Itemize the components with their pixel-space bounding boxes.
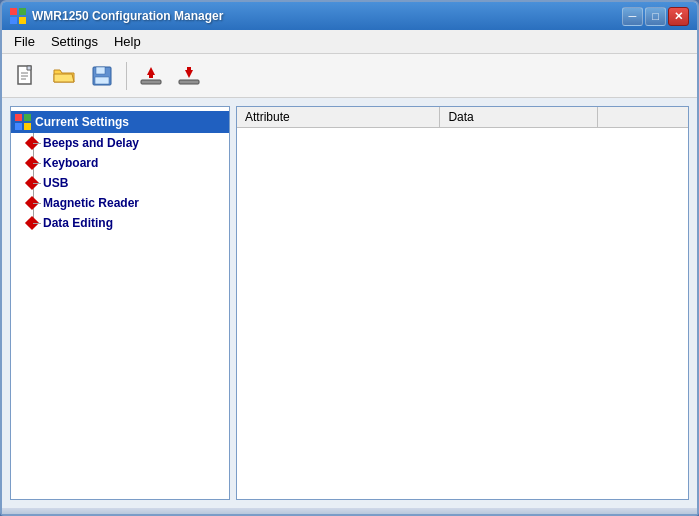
new-button[interactable] [8, 59, 44, 93]
tree-root-icon [15, 114, 31, 130]
tree-children: Beeps and Delay Keyboard USB Magnetic Re… [11, 133, 229, 233]
tree-item-keyboard[interactable]: Keyboard [11, 153, 229, 173]
column-header-extra [598, 107, 688, 128]
tree-item-usb[interactable]: USB [11, 173, 229, 193]
maximize-button[interactable]: □ [645, 7, 666, 26]
svg-rect-2 [10, 17, 17, 24]
upload-icon [175, 62, 203, 90]
open-folder-icon [52, 64, 76, 88]
save-button[interactable] [84, 59, 120, 93]
main-window: WMR1250 Configuration Manager ─ □ ✕ File… [0, 0, 699, 516]
tree-root[interactable]: Current Settings [11, 111, 229, 133]
status-bar [2, 508, 697, 514]
title-bar-left: WMR1250 Configuration Manager [10, 8, 223, 24]
title-bar-controls: ─ □ ✕ [622, 7, 689, 26]
tree-item-icon-magnetic [25, 196, 39, 210]
tree-root-label: Current Settings [35, 115, 129, 129]
menu-help[interactable]: Help [106, 32, 149, 51]
tree-item-data-editing[interactable]: Data Editing [11, 213, 229, 233]
save-icon [90, 64, 114, 88]
svg-marker-14 [185, 67, 193, 78]
download-button[interactable] [133, 59, 169, 93]
table-header-row: Attribute Data [237, 107, 688, 128]
new-doc-icon [14, 64, 38, 88]
tree-item-icon-keyboard [25, 156, 39, 170]
svg-rect-13 [179, 80, 199, 84]
tree-item-beeps[interactable]: Beeps and Delay [11, 133, 229, 153]
tree-item-icon-usb [25, 176, 39, 190]
app-icon [10, 8, 26, 24]
tree-item-magnetic[interactable]: Magnetic Reader [11, 193, 229, 213]
tree-item-label-data-editing: Data Editing [43, 216, 113, 230]
tree-panel: Current Settings Beeps and Delay Keyboar… [10, 106, 230, 500]
svg-rect-15 [15, 114, 22, 121]
svg-marker-12 [147, 67, 155, 78]
tree-item-label-usb: USB [43, 176, 68, 190]
data-panel: Attribute Data [236, 106, 689, 500]
toolbar-separator [126, 62, 127, 90]
minimize-button[interactable]: ─ [622, 7, 643, 26]
data-table: Attribute Data [237, 107, 688, 128]
title-bar: WMR1250 Configuration Manager ─ □ ✕ [2, 2, 697, 30]
svg-rect-10 [95, 77, 109, 84]
menu-settings[interactable]: Settings [43, 32, 106, 51]
open-button[interactable] [46, 59, 82, 93]
column-header-data: Data [440, 107, 598, 128]
upload-button[interactable] [171, 59, 207, 93]
svg-rect-11 [141, 80, 161, 84]
tree-item-label-beeps: Beeps and Delay [43, 136, 139, 150]
tree-item-icon-beeps [25, 136, 39, 150]
download-icon [137, 62, 165, 90]
toolbar [2, 54, 697, 98]
tree-item-icon-data-editing [25, 216, 39, 230]
menu-bar: File Settings Help [2, 30, 697, 54]
svg-rect-3 [19, 17, 26, 24]
menu-file[interactable]: File [6, 32, 43, 51]
column-header-attribute: Attribute [237, 107, 440, 128]
window-title: WMR1250 Configuration Manager [32, 9, 223, 23]
svg-rect-0 [10, 8, 17, 15]
tree-item-label-keyboard: Keyboard [43, 156, 98, 170]
close-button[interactable]: ✕ [668, 7, 689, 26]
main-content: Current Settings Beeps and Delay Keyboar… [2, 98, 697, 508]
tree-item-label-magnetic: Magnetic Reader [43, 196, 139, 210]
svg-rect-1 [19, 8, 26, 15]
svg-rect-16 [24, 114, 31, 121]
svg-rect-18 [24, 123, 31, 130]
svg-rect-9 [96, 67, 105, 74]
svg-rect-17 [15, 123, 22, 130]
